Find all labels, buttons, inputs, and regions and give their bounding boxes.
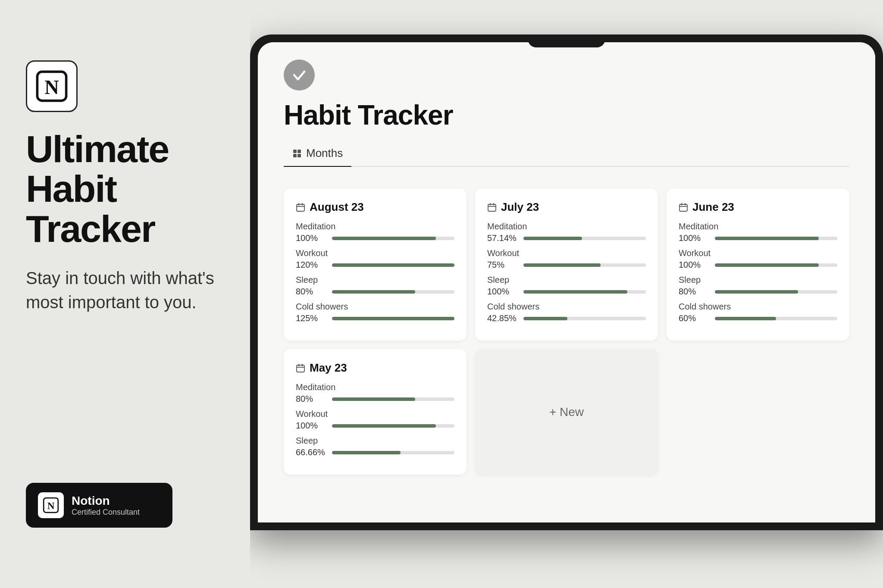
new-card-inner: + New: [549, 405, 584, 419]
svg-rect-12: [488, 204, 496, 211]
tab-bar: Months: [284, 141, 849, 167]
habit-name: Workout: [296, 409, 454, 419]
habit-pct: 60%: [679, 313, 710, 323]
card-month-header: June 23: [679, 200, 837, 214]
subtitle-text: Stay in touch with what's most important…: [26, 266, 224, 314]
habit-bar-fill: [715, 290, 798, 294]
badge-notion-label: Notion: [72, 494, 140, 508]
main-headline: Ultimate Habit Tracker: [26, 129, 224, 249]
habit-row: Cold showers 125%: [296, 302, 454, 323]
habit-name: Sleep: [296, 275, 454, 285]
card-month-header: May 23: [296, 361, 454, 375]
habit-bar-fill: [332, 424, 436, 428]
habit-bar-bg: [332, 317, 454, 320]
habit-row: Meditation 100%: [679, 222, 837, 243]
habit-row: Sleep 80%: [296, 275, 454, 297]
habit-row: Workout 75%: [487, 248, 646, 270]
certified-badge: N Notion Certified Consultant: [26, 483, 172, 528]
right-panel: Habit Tracker Months: [250, 0, 883, 588]
habit-bar-bg: [332, 263, 454, 267]
habit-bar-row: 75%: [487, 260, 646, 270]
habit-pct: 100%: [679, 233, 710, 243]
habit-bar-bg: [332, 237, 454, 240]
habit-row: Sleep 66.66%: [296, 436, 454, 457]
habit-bar-bg: [715, 317, 837, 320]
habit-bar-bg: [715, 263, 837, 267]
tablet-device: Habit Tracker Months: [250, 34, 883, 530]
habit-name: Cold showers: [296, 302, 454, 312]
habit-pct: 100%: [487, 287, 518, 297]
card-month-header: August 23: [296, 200, 454, 214]
habit-bar-fill: [715, 263, 819, 267]
habit-bar-row: 100%: [679, 233, 837, 243]
habit-bar-fill: [523, 290, 627, 294]
month-label: August 23: [310, 200, 364, 214]
habit-bar-bg: [332, 424, 454, 428]
habit-bar-row: 60%: [679, 313, 837, 323]
habit-bar-fill: [332, 290, 415, 294]
habit-name: Cold showers: [487, 302, 646, 312]
habit-bar-bg: [332, 290, 454, 294]
notion-page-header: Habit Tracker Months: [258, 42, 875, 175]
svg-rect-8: [297, 204, 304, 211]
calendar-icon: [679, 203, 688, 212]
habit-bar-row: 100%: [296, 421, 454, 431]
habit-bar-bg: [715, 237, 837, 240]
habit-name: Workout: [679, 248, 837, 258]
new-card[interactable]: + New: [475, 349, 658, 475]
habit-pct: 100%: [296, 233, 327, 243]
habit-bar-row: 80%: [296, 287, 454, 297]
habit-pct: 80%: [296, 394, 327, 404]
calendar-icon: [296, 363, 305, 373]
badge-certified-label: Certified Consultant: [72, 508, 140, 517]
svg-rect-20: [297, 365, 304, 372]
habit-pct: 125%: [296, 313, 327, 323]
habit-bar-row: 100%: [296, 233, 454, 243]
habit-row: Sleep 100%: [487, 275, 646, 297]
svg-text:N: N: [47, 500, 55, 511]
habit-bar-row: 66.66%: [296, 447, 454, 457]
habit-name: Workout: [487, 248, 646, 258]
badge-text: Notion Certified Consultant: [72, 494, 140, 517]
habit-row: Cold showers 42.85%: [487, 302, 646, 323]
habit-name: Sleep: [679, 275, 837, 285]
month-label: May 23: [310, 361, 347, 375]
habit-pct: 100%: [296, 421, 327, 431]
habit-bar-row: 120%: [296, 260, 454, 270]
habit-bar-row: 80%: [679, 287, 837, 297]
habit-bar-fill: [332, 317, 454, 320]
habit-bar-fill: [332, 451, 401, 454]
tab-months[interactable]: Months: [284, 141, 351, 167]
habit-pct: 120%: [296, 260, 327, 270]
card-month-header: July 23: [487, 200, 646, 214]
habit-bar-fill: [523, 237, 582, 240]
habit-name: Meditation: [679, 222, 837, 231]
habit-bar-row: 125%: [296, 313, 454, 323]
svg-rect-5: [297, 150, 301, 153]
habit-bar-row: 57.14%: [487, 233, 646, 243]
notion-content: August 23 Meditation 100% Workout 120%: [258, 175, 875, 522]
habit-name: Meditation: [487, 222, 646, 231]
habit-name: Sleep: [487, 275, 646, 285]
habit-card: May 23 Meditation 80% Workout 100%: [284, 349, 467, 475]
habit-bar-row: 100%: [679, 260, 837, 270]
left-panel: N Ultimate Habit Tracker Stay in touch w…: [0, 0, 250, 588]
habit-card: August 23 Meditation 100% Workout 120%: [284, 188, 467, 341]
calendar-icon: [487, 203, 497, 212]
new-label: + New: [549, 405, 584, 419]
habit-bar-fill: [523, 317, 567, 320]
habit-bar-bg: [523, 290, 646, 294]
habit-pct: 42.85%: [487, 313, 518, 323]
habit-row: Workout 100%: [679, 248, 837, 270]
habit-bar-bg: [523, 317, 646, 320]
habit-bar-bg: [523, 263, 646, 267]
habit-pct: 100%: [679, 260, 710, 270]
habit-bar-row: 80%: [296, 394, 454, 404]
tablet-notch: [528, 34, 605, 47]
habit-row: Meditation 80%: [296, 382, 454, 404]
tablet-screen: Habit Tracker Months: [258, 42, 875, 522]
habit-name: Meditation: [296, 382, 454, 392]
month-label: June 23: [692, 200, 734, 214]
grid-icon: [292, 149, 302, 158]
page-icon-check: [284, 59, 315, 91]
